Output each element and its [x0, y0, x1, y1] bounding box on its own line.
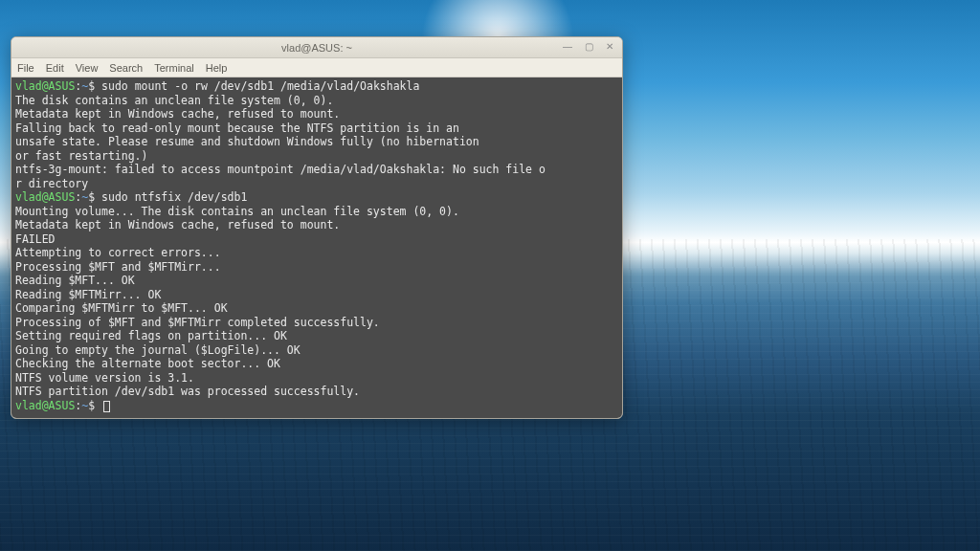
- terminal-output-line: NTFS volume version is 3.1.: [15, 371, 618, 386]
- prompt-user-host: vlad@ASUS: [15, 399, 75, 412]
- terminal-command-line: vlad@ASUS:~$ sudo mount -o rw /dev/sdb1 …: [15, 79, 618, 94]
- maximize-button[interactable]: ▢: [582, 40, 595, 54]
- terminal-output-line: unsafe state. Please resume and shutdown…: [15, 135, 618, 149]
- menu-search[interactable]: Search: [109, 62, 143, 74]
- terminal-output-line: Metadata kept in Windows cache, refused …: [15, 107, 618, 121]
- cursor: [103, 401, 110, 412]
- command-text: sudo mount -o rw /dev/sdb1 /media/vlad/O…: [101, 79, 419, 93]
- terminal-output-line: r directory: [15, 177, 618, 191]
- terminal-window[interactable]: vlad@ASUS: ~ — ▢ ✕ File Edit View Search…: [11, 36, 623, 419]
- minimize-button[interactable]: —: [561, 40, 574, 54]
- titlebar[interactable]: vlad@ASUS: ~ — ▢ ✕: [11, 37, 622, 58]
- terminal-command-line: vlad@ASUS:~$ sudo ntfsfix /dev/sdb1: [15, 190, 618, 205]
- window-title: vlad@ASUS: ~: [281, 42, 352, 54]
- prompt-path: ~: [81, 79, 88, 93]
- terminal-output-line: ntfs-3g-mount: failed to access mountpoi…: [15, 163, 618, 177]
- window-controls: — ▢ ✕: [561, 40, 616, 54]
- terminal-output-line: or fast restarting.): [15, 149, 618, 164]
- menu-edit[interactable]: Edit: [46, 62, 64, 74]
- menubar: File Edit View Search Terminal Help: [11, 58, 622, 77]
- terminal-output-line: The disk contains an unclean file system…: [15, 94, 618, 108]
- terminal-output-line: Going to empty the journal ($LogFile)...…: [15, 343, 618, 358]
- terminal-output-line: Attempting to correct errors...: [15, 246, 618, 260]
- terminal-body[interactable]: vlad@ASUS:~$ sudo mount -o rw /dev/sdb1 …: [11, 77, 622, 418]
- menu-view[interactable]: View: [76, 62, 99, 74]
- terminal-output-line: Mounting volume... The disk contains an …: [15, 205, 618, 219]
- prompt-path: ~: [81, 190, 88, 204]
- close-button[interactable]: ✕: [603, 40, 616, 54]
- terminal-output-line: Setting required flags on partition... O…: [15, 329, 618, 343]
- prompt-user-host: vlad@ASUS: [15, 190, 75, 204]
- terminal-output-line: Processing of $MFT and $MFTMirr complete…: [15, 316, 618, 330]
- terminal-output-line: Metadata kept in Windows cache, refused …: [15, 218, 618, 232]
- prompt-path: ~: [81, 399, 88, 412]
- menu-file[interactable]: File: [17, 62, 34, 74]
- menu-help[interactable]: Help: [206, 62, 228, 74]
- terminal-output-line: Falling back to read-only mount because …: [15, 121, 618, 136]
- terminal-output-line: Reading $MFTMirr... OK: [15, 288, 618, 302]
- terminal-output-line: FAILED: [15, 232, 618, 247]
- terminal-output-line: Reading $MFT... OK: [15, 274, 618, 288]
- terminal-output-line: NTFS partition /dev/sdb1 was processed s…: [15, 385, 618, 399]
- terminal-output-line: Processing $MFT and $MFTMirr...: [15, 260, 618, 275]
- terminal-command-line: vlad@ASUS:~$: [15, 399, 618, 413]
- prompt-user-host: vlad@ASUS: [15, 79, 75, 93]
- terminal-output-line: Checking the alternate boot sector... OK: [15, 357, 618, 371]
- menu-terminal[interactable]: Terminal: [154, 62, 194, 74]
- command-text: sudo ntfsfix /dev/sdb1: [101, 190, 247, 204]
- terminal-output-line: Comparing $MFTMirr to $MFT... OK: [15, 301, 618, 316]
